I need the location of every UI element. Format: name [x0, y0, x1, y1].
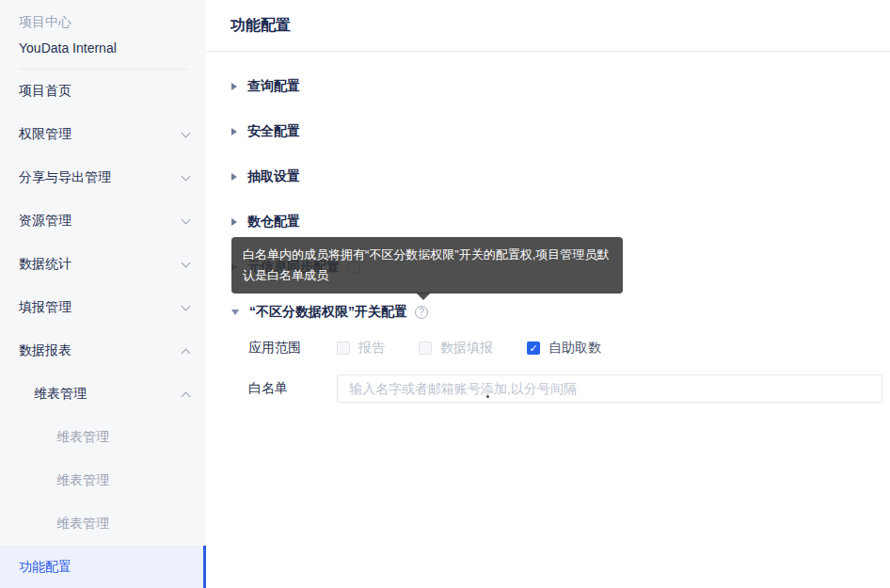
sidebar-item-label: 资源管理	[19, 213, 72, 230]
checkbox-data-filling[interactable]: 数据填报	[419, 340, 493, 357]
sidebar-item-data-statistics[interactable]: 数据统计	[0, 243, 206, 286]
project-name[interactable]: YouData Internal	[19, 40, 187, 56]
chevron-down-icon	[182, 301, 191, 310]
section-title: 数仓配置	[247, 214, 300, 230]
sidebar-item-permission-management[interactable]: 权限管理	[0, 113, 206, 156]
checkbox-unchecked-icon[interactable]	[419, 342, 432, 355]
section-security-config[interactable]: 安全配置	[206, 109, 890, 154]
whitelist-label: 白名单	[248, 380, 337, 397]
checkbox-label: 报告	[358, 340, 385, 357]
chevron-down-icon	[182, 171, 191, 181]
sidebar-item-label: 维表管理	[56, 472, 109, 489]
whitelist-input[interactable]	[337, 374, 882, 403]
section-data-permission-switch-config[interactable]: “不区分数据权限”开关配置 ?	[206, 290, 890, 335]
checkbox-report[interactable]: 报告	[337, 340, 385, 357]
sidebar-item-dim-table-management-3[interactable]: 维表管理	[0, 502, 206, 546]
mouse-cursor-artifact	[486, 395, 489, 398]
triangle-right-icon[interactable]	[231, 83, 237, 90]
sidebar-item-label: 填报管理	[19, 299, 72, 316]
sidebar-item-label: 权限管理	[19, 126, 72, 143]
section-title: 抽取设置	[247, 168, 300, 185]
application-scope-row: 应用范围 报告 数据填报 ✓ 自助取数	[248, 337, 890, 359]
chevron-down-icon	[182, 128, 191, 137]
sidebar-item-label: 项目首页	[19, 83, 72, 100]
sidebar-item-filling-management[interactable]: 填报管理	[0, 286, 206, 329]
section-title: 安全配置	[247, 123, 300, 140]
section-query-config[interactable]: 查询配置	[206, 64, 890, 109]
sidebar-item-data-reports[interactable]: 数据报表	[0, 329, 206, 373]
scope-label: 应用范围	[248, 340, 337, 357]
switch-config-body: 应用范围 报告 数据填报 ✓ 自助取数 白名单	[206, 337, 890, 403]
main-content: 功能配置 查询配置 安全配置 抽取设置 数仓配置 元信息同步配置 ? “不区分数…	[206, 0, 890, 588]
sidebar-item-dim-table-management-group[interactable]: 维表管理	[0, 373, 206, 416]
sidebar-item-label: 维表管理	[56, 429, 109, 446]
whitelist-row: 白名单	[248, 374, 890, 403]
triangle-right-icon[interactable]	[231, 173, 237, 181]
chevron-down-icon	[182, 258, 191, 267]
sidebar-item-function-config[interactable]: 功能配置	[0, 546, 206, 588]
section-extraction-settings[interactable]: 抽取设置	[206, 154, 890, 199]
sidebar-item-label: 数据报表	[19, 342, 72, 359]
checkbox-self-service-data[interactable]: ✓ 自助取数	[527, 340, 601, 357]
sidebar-item-label: 维表管理	[56, 516, 109, 532]
tooltip-arrow	[416, 293, 431, 300]
page-header: 功能配置	[206, 0, 890, 52]
sidebar-item-share-export-management[interactable]: 分享与导出管理	[0, 156, 206, 199]
sidebar: 项目中心 YouData Internal 项目首页 权限管理 分享与导出管理 …	[0, 0, 206, 588]
sidebar-item-project-home[interactable]: 项目首页	[0, 70, 206, 113]
triangle-right-icon[interactable]	[231, 218, 237, 226]
section-title: “不区分数据权限”开关配置	[249, 304, 407, 321]
chevron-up-icon	[182, 348, 191, 358]
checkbox-checked-icon[interactable]: ✓	[527, 342, 540, 355]
checkbox-label: 自助取数	[548, 340, 601, 357]
checkbox-unchecked-icon[interactable]	[337, 342, 350, 355]
chevron-down-icon	[182, 215, 191, 224]
sidebar-item-resource-management[interactable]: 资源管理	[0, 199, 206, 243]
sidebar-item-label: 数据统计	[19, 256, 72, 273]
triangle-down-icon[interactable]	[231, 310, 239, 315]
project-center-label: 项目中心	[19, 14, 187, 31]
sidebar-item-label: 分享与导出管理	[19, 169, 111, 186]
help-icon[interactable]: ?	[415, 306, 428, 319]
sidebar-item-label: 维表管理	[34, 386, 87, 403]
checkbox-label: 数据填报	[440, 340, 493, 357]
section-title: 查询配置	[247, 78, 300, 95]
page-title: 功能配置	[230, 16, 291, 36]
sidebar-item-label: 功能配置	[19, 559, 72, 576]
tooltip-text: 白名单内的成员将拥有“不区分数据权限”开关的配置权,项目管理员默认是白名单成员	[243, 247, 609, 282]
whitelist-tooltip: 白名单内的成员将拥有“不区分数据权限”开关的配置权,项目管理员默认是白名单成员	[231, 237, 623, 294]
sidebar-item-dim-table-management-1[interactable]: 维表管理	[0, 416, 206, 459]
triangle-right-icon[interactable]	[231, 128, 237, 135]
sidebar-item-dim-table-management-2[interactable]: 维表管理	[0, 459, 206, 502]
chevron-up-icon	[182, 391, 191, 401]
